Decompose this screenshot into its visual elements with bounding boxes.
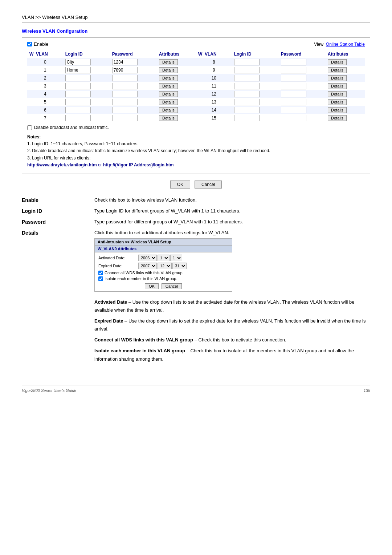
left-details-button[interactable]: Details xyxy=(159,99,178,105)
left-password-cell[interactable] xyxy=(110,58,157,66)
left-login-id-cell[interactable] xyxy=(63,90,110,98)
left-details-button[interactable]: Details xyxy=(159,91,178,97)
expired-day-select[interactable]: 31 xyxy=(172,263,187,269)
right-password-cell[interactable] xyxy=(279,114,326,122)
right-login-id-cell[interactable] xyxy=(232,66,279,74)
left-login-id-cell[interactable] xyxy=(63,66,110,74)
right-login-id-input[interactable] xyxy=(234,91,260,97)
left-details-button[interactable]: Details xyxy=(159,67,178,73)
right-password-cell[interactable] xyxy=(279,66,326,74)
expired-month-select[interactable]: 12 xyxy=(158,263,172,269)
left-password-input[interactable] xyxy=(112,107,138,113)
left-password-cell[interactable] xyxy=(110,82,157,90)
left-login-id-input[interactable] xyxy=(65,59,91,65)
right-details-button[interactable]: Details xyxy=(328,91,347,97)
broadcast-checkbox[interactable] xyxy=(27,125,32,130)
right-login-id-input[interactable] xyxy=(234,59,260,65)
left-password-cell[interactable] xyxy=(110,90,157,98)
enable-checkbox[interactable] xyxy=(27,42,32,46)
left-wvlan-id: 4 xyxy=(27,90,63,98)
activated-day-select[interactable]: 1 xyxy=(170,255,182,261)
left-password-input[interactable] xyxy=(112,99,138,105)
right-password-cell[interactable] xyxy=(279,74,326,82)
right-login-id-cell[interactable] xyxy=(232,106,279,114)
right-details-button[interactable]: Details xyxy=(328,99,347,105)
left-login-id-input[interactable] xyxy=(65,107,91,113)
left-login-id-cell[interactable] xyxy=(63,58,110,66)
left-login-id-input[interactable] xyxy=(65,75,91,81)
left-password-cell[interactable] xyxy=(110,106,157,114)
activated-month-select[interactable]: 1 xyxy=(158,255,170,261)
left-login-id-input[interactable] xyxy=(65,83,91,89)
connect-wds-checkbox[interactable] xyxy=(98,271,103,275)
draytek-url-link[interactable]: http://www.draytek.vlan/login.htm xyxy=(27,162,97,167)
right-details-button[interactable]: Details xyxy=(328,67,347,73)
right-login-id-cell[interactable] xyxy=(232,90,279,98)
right-password-cell[interactable] xyxy=(279,106,326,114)
right-login-id-cell[interactable] xyxy=(232,82,279,90)
isolate-checkbox[interactable] xyxy=(98,276,103,281)
left-login-id-cell[interactable] xyxy=(63,98,110,106)
right-details-button[interactable]: Details xyxy=(328,75,347,81)
right-password-input[interactable] xyxy=(281,75,306,81)
left-password-input[interactable] xyxy=(112,115,138,121)
right-login-id-input[interactable] xyxy=(234,67,260,73)
right-password-input[interactable] xyxy=(281,99,306,105)
right-details-button[interactable]: Details xyxy=(328,59,347,65)
left-password-input[interactable] xyxy=(112,83,138,89)
left-login-id-cell[interactable] xyxy=(63,82,110,90)
online-station-table-link[interactable]: Online Station Table xyxy=(326,42,365,47)
left-details-button[interactable]: Details xyxy=(159,115,178,121)
right-login-id-input[interactable] xyxy=(234,75,260,81)
right-details-button[interactable]: Details xyxy=(328,115,347,121)
right-login-id-input[interactable] xyxy=(234,83,260,89)
left-password-cell[interactable] xyxy=(110,66,157,74)
left-login-id-cell[interactable] xyxy=(63,74,110,82)
right-password-input[interactable] xyxy=(281,59,306,65)
right-password-input[interactable] xyxy=(281,107,306,113)
right-wvlan-id: 12 xyxy=(196,90,232,98)
right-password-input[interactable] xyxy=(281,83,306,89)
left-password-cell[interactable] xyxy=(110,114,157,122)
right-password-input[interactable] xyxy=(281,67,306,73)
right-login-id-cell[interactable] xyxy=(232,98,279,106)
right-login-id-input[interactable] xyxy=(234,99,260,105)
ok-button[interactable]: OK xyxy=(170,181,190,189)
right-details-button[interactable]: Details xyxy=(328,83,347,89)
left-login-id-input[interactable] xyxy=(65,99,91,105)
attr-ok-button[interactable]: OK xyxy=(145,283,159,289)
cancel-button[interactable]: Cancel xyxy=(195,181,222,189)
left-login-id-input[interactable] xyxy=(65,115,91,121)
left-password-cell[interactable] xyxy=(110,74,157,82)
right-details-button[interactable]: Details xyxy=(328,107,347,113)
left-login-id-input[interactable] xyxy=(65,91,91,97)
left-password-cell[interactable] xyxy=(110,98,157,106)
right-password-cell[interactable] xyxy=(279,98,326,106)
left-details-button[interactable]: Details xyxy=(159,107,178,113)
right-login-id-cell[interactable] xyxy=(232,114,279,122)
left-details-button[interactable]: Details xyxy=(159,59,178,65)
expired-year-select[interactable]: 2007 xyxy=(138,263,157,269)
right-password-input[interactable] xyxy=(281,115,306,121)
left-details-button[interactable]: Details xyxy=(159,83,178,89)
right-password-cell[interactable] xyxy=(279,82,326,90)
activated-year-select[interactable]: 2006 xyxy=(138,255,157,261)
right-password-input[interactable] xyxy=(281,91,306,97)
right-login-id-input[interactable] xyxy=(234,115,260,121)
right-password-cell[interactable] xyxy=(279,58,326,66)
left-password-input[interactable] xyxy=(112,75,138,81)
right-login-id-cell[interactable] xyxy=(232,74,279,82)
left-password-input[interactable] xyxy=(112,91,138,97)
right-login-id-input[interactable] xyxy=(234,107,260,113)
left-details-button[interactable]: Details xyxy=(159,75,178,81)
attr-cancel-button[interactable]: Cancel xyxy=(162,283,182,289)
right-login-id-cell[interactable] xyxy=(232,58,279,66)
left-login-id-input[interactable] xyxy=(65,67,91,73)
right-password-cell[interactable] xyxy=(279,90,326,98)
vigor-url-link[interactable]: /login.htm xyxy=(153,162,173,167)
config-box: Enable View Online Station Table W_VLAN … xyxy=(22,37,370,174)
left-password-input[interactable] xyxy=(112,67,138,73)
left-login-id-cell[interactable] xyxy=(63,114,110,122)
left-login-id-cell[interactable] xyxy=(63,106,110,114)
left-password-input[interactable] xyxy=(112,59,138,65)
